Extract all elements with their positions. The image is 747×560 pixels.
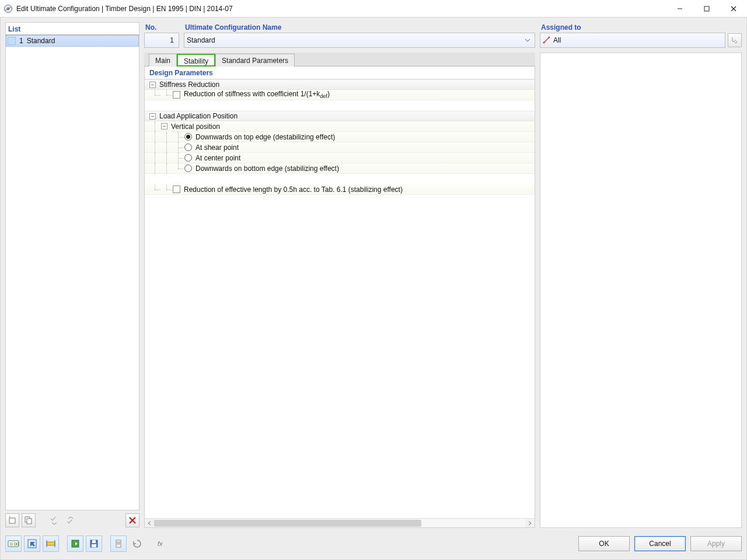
svg-rect-3 (704, 6, 709, 11)
app-icon (4, 4, 13, 13)
tab-stability[interactable]: Stability (177, 54, 215, 66)
preview-panel (540, 52, 742, 528)
save-button[interactable] (86, 536, 102, 552)
cancel-button[interactable]: Cancel (634, 536, 686, 551)
svg-rect-6 (9, 518, 15, 523)
stiffness-reduction-checkbox-row[interactable]: Reduction of stiffness with coefficient … (145, 90, 535, 100)
assigned-to-value: All (553, 36, 561, 44)
svg-point-13 (543, 42, 545, 44)
scrollbar-thumb[interactable] (154, 520, 421, 527)
assigned-pick-button[interactable] (728, 33, 742, 47)
radio-row-center-point[interactable]: At center point (145, 153, 535, 163)
config-name-combo[interactable]: Standard (184, 33, 535, 48)
minimize-button[interactable] (666, 0, 693, 18)
collapse-icon[interactable]: − (149, 113, 156, 120)
tab-standard-parameters[interactable]: Standard Parameters (215, 54, 295, 66)
radio-downwards-bottom[interactable] (184, 164, 192, 172)
list-header: List (5, 22, 139, 35)
svg-text:0.00: 0.00 (10, 541, 19, 547)
delete-button[interactable] (125, 513, 139, 527)
radio-shear-point[interactable] (184, 144, 192, 151)
report-button[interactable] (110, 536, 127, 552)
formula-button[interactable]: fx (153, 536, 170, 552)
check-down-button[interactable] (47, 513, 61, 527)
close-button[interactable] (720, 0, 747, 18)
list-item-color-chip (8, 37, 16, 45)
scroll-left-icon[interactable] (145, 519, 154, 528)
radio-row-bottom-edge[interactable]: Downwards on bottom edge (stabilizing ef… (145, 163, 535, 174)
select-button[interactable] (24, 536, 40, 552)
checkbox-reduce-length[interactable] (173, 186, 180, 193)
maximize-button[interactable] (693, 0, 720, 18)
scroll-right-icon[interactable] (525, 519, 535, 528)
window-title: Edit Ultimate Configuration | Timber Des… (16, 5, 233, 13)
members-button[interactable] (43, 536, 59, 552)
reduce-length-checkbox-row[interactable]: Reduction of effective length by 0.5h ac… (145, 184, 535, 195)
checkbox-stiffness-reduction[interactable] (173, 91, 180, 99)
load-application-section[interactable]: − Load Application Position (145, 111, 535, 121)
tabstrip: Main Stability Standard Parameters (144, 52, 535, 66)
copy-button[interactable] (22, 513, 36, 527)
svg-rect-9 (27, 519, 32, 524)
title-bar: Edit Ultimate Configuration | Timber Des… (0, 0, 747, 18)
parameters-tree: − Stiffness Reduction Reduction of stiff… (145, 79, 535, 518)
collapse-icon[interactable]: − (149, 82, 156, 88)
reset-button[interactable] (129, 536, 145, 552)
svg-line-12 (544, 37, 549, 43)
assigned-icon (543, 36, 551, 44)
config-name-value: Standard (187, 36, 215, 44)
assigned-to-field[interactable]: All (540, 33, 725, 48)
list-toolbar (5, 513, 139, 528)
stiffness-reduction-section[interactable]: − Stiffness Reduction (145, 79, 535, 90)
collapse-icon[interactable]: − (161, 123, 167, 130)
ok-button[interactable]: OK (578, 536, 630, 551)
bottom-toolbar: 0.00 fx OK Cancel Apply (5, 533, 742, 555)
list-item[interactable]: 1 Standard (6, 35, 139, 47)
svg-point-14 (549, 37, 550, 38)
no-label: No. (144, 22, 179, 33)
check-up-button[interactable] (64, 513, 78, 527)
vertical-position-group[interactable]: − Vertical position (145, 121, 535, 132)
assigned-to-label: Assigned to (540, 22, 742, 33)
svg-rect-25 (116, 540, 121, 547)
config-name-label: Ultimate Configuration Name (184, 22, 535, 33)
parameters-frame: Design Parameters − Stiffness Reduction (144, 66, 535, 528)
chevron-down-icon (523, 36, 532, 45)
svg-rect-24 (92, 544, 96, 547)
units-button[interactable]: 0.00 (5, 536, 22, 552)
no-field[interactable]: 1 (144, 33, 179, 48)
svg-rect-18 (47, 542, 55, 545)
new-button[interactable] (5, 513, 19, 527)
radio-downwards-top[interactable] (184, 133, 192, 141)
apply-button[interactable]: Apply (690, 536, 742, 551)
tab-main[interactable]: Main (149, 54, 177, 66)
radio-center-point[interactable] (184, 154, 192, 162)
radio-row-shear-point[interactable]: At shear point (145, 142, 535, 153)
svg-text:fx: fx (158, 540, 163, 547)
list-item-name: Standard (27, 37, 55, 45)
export-button[interactable] (67, 536, 83, 552)
list-item-no: 1 (19, 37, 23, 45)
horizontal-scrollbar[interactable] (145, 518, 535, 527)
radio-row-top-edge[interactable]: Downwards on top edge (destabilizing eff… (145, 132, 535, 142)
list-panel: List 1 Standard (5, 22, 139, 528)
svg-rect-23 (92, 540, 96, 543)
svg-marker-7 (9, 516, 11, 517)
design-parameters-heading: Design Parameters (145, 66, 535, 79)
